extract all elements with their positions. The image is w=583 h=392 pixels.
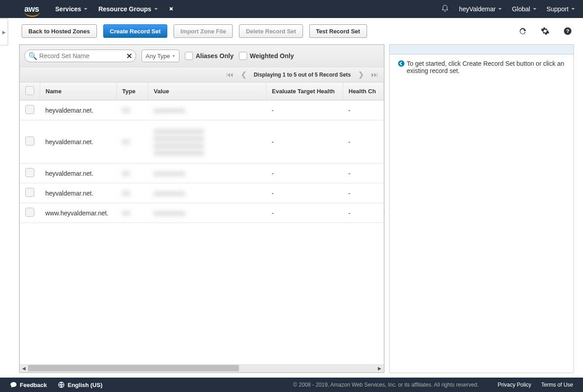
col-evaluate-target-health[interactable]: Evaluate Target Health: [266, 82, 343, 100]
type-filter-select[interactable]: Any Type▼: [142, 50, 179, 62]
bell-icon: [441, 5, 449, 14]
nav-pin[interactable]: ✦: [169, 5, 174, 13]
nav-resource-groups[interactable]: Resource Groups: [98, 5, 157, 13]
cell-evaluate-target-health: -: [266, 100, 343, 120]
row-checkbox[interactable]: [25, 188, 34, 197]
test-record-set-button[interactable]: Test Record Set: [309, 24, 367, 38]
search-icon: 🔍: [28, 52, 37, 60]
row-checkbox[interactable]: [25, 137, 34, 146]
svg-point-2: [398, 60, 404, 67]
cell-evaluate-target-health: -: [266, 120, 343, 164]
nav-support[interactable]: Support: [546, 5, 575, 13]
table-scroll: Name Type Value Evaluate Target Health H…: [20, 82, 384, 364]
terms-of-use-link[interactable]: Terms of Use: [541, 382, 573, 388]
col-type[interactable]: Type: [117, 82, 148, 100]
svg-text:?: ?: [566, 28, 569, 34]
nav-user[interactable]: heyValdemar: [459, 5, 502, 13]
cell-value: xxxxxxxxxx: [148, 183, 266, 203]
action-toolbar: Back to Hosted Zones Create Record Set I…: [0, 18, 583, 44]
pager-prev-icon[interactable]: ❮: [241, 70, 247, 79]
checkbox[interactable]: [185, 52, 193, 60]
help-icon[interactable]: ?: [563, 27, 572, 36]
cell-health-check: -: [343, 100, 384, 120]
create-record-set-button[interactable]: Create Record Set: [103, 24, 168, 38]
cell-name: www.heyvaldemar.net.: [40, 203, 117, 223]
cell-value: xxxxxxxxxx: [148, 100, 266, 120]
chat-icon: [10, 381, 17, 388]
pager-last-icon[interactable]: ⏭: [371, 71, 378, 79]
cell-value: xxxxxxxxxxxxxxxxxxxxxxxxxxxxxxxxxxxxxxxx…: [148, 120, 266, 164]
back-to-hosted-zones-button[interactable]: Back to Hosted Zones: [22, 24, 97, 38]
language-label: English (US): [68, 382, 102, 388]
search-input[interactable]: [39, 52, 126, 59]
nav-support-label: Support: [546, 5, 569, 13]
horizontal-scrollbar[interactable]: ◀ ▶: [20, 364, 384, 372]
top-nav: aws Services Resource Groups ✦ heyValdem…: [0, 0, 583, 18]
nav-notifications[interactable]: [441, 5, 449, 14]
table-row[interactable]: heyvaldemar.net.XXxxxxxxxxxx--: [20, 100, 384, 120]
caret-down-icon: [571, 8, 575, 10]
cell-name: heyvaldemar.net.: [40, 164, 117, 183]
row-checkbox[interactable]: [25, 168, 34, 177]
nav-services[interactable]: Services: [55, 5, 88, 13]
checkbox[interactable]: [239, 52, 247, 60]
cell-name: heyvaldemar.net.: [40, 183, 117, 203]
cell-type: XX: [117, 183, 148, 203]
settings-icon[interactable]: [541, 27, 550, 36]
col-name[interactable]: Name: [40, 82, 117, 100]
aliases-only-label: Aliases Only: [196, 52, 234, 59]
cell-type: XX: [117, 120, 148, 164]
privacy-policy-link[interactable]: Privacy Policy: [498, 382, 532, 388]
cell-type: XX: [117, 203, 148, 223]
nav-services-label: Services: [55, 5, 82, 13]
panel-resize-handle[interactable]: ⋮: [382, 209, 386, 214]
scroll-right-icon[interactable]: ▶: [376, 365, 383, 371]
nav-resource-groups-label: Resource Groups: [98, 5, 151, 13]
type-filter-label: Any Type: [146, 53, 170, 59]
search-box[interactable]: 🔍 ✕: [24, 50, 136, 62]
weighted-only-label: Weighted Only: [250, 52, 294, 59]
record-sets-panel: 🔍 ✕ Any Type▼ Aliases Only Weighted Only…: [19, 44, 385, 373]
col-value[interactable]: Value: [148, 82, 266, 100]
refresh-icon[interactable]: [518, 27, 527, 36]
cell-value: xxxxxxxxxx: [148, 203, 266, 223]
delete-record-set-button[interactable]: Delete Record Set: [239, 24, 303, 38]
table-row[interactable]: heyvaldemar.net.XXxxxxxxxxxx--: [20, 164, 384, 183]
row-checkbox[interactable]: [25, 208, 34, 217]
table-row[interactable]: www.heyvaldemar.net.XXxxxxxxxxxx--: [20, 203, 384, 223]
pager-next-icon[interactable]: ❯: [358, 70, 364, 79]
pager-row: ⏮ ❮ Displaying 1 to 5 out of 5 Record Se…: [20, 67, 384, 82]
row-checkbox[interactable]: [25, 105, 34, 114]
table-row[interactable]: heyvaldemar.net.XXxxxxxxxxxx--: [20, 183, 384, 203]
info-message-text: To get started, click Create Record Set …: [407, 60, 565, 74]
scroll-left-icon[interactable]: ◀: [21, 365, 27, 371]
weighted-only-toggle[interactable]: Weighted Only: [239, 52, 294, 60]
nav-region[interactable]: Global: [512, 5, 536, 13]
main-content: 🔍 ✕ Any Type▼ Aliases Only Weighted Only…: [19, 44, 574, 373]
feedback-link[interactable]: Feedback: [10, 381, 47, 388]
aws-logo[interactable]: aws: [24, 5, 39, 14]
cell-name: heyvaldemar.net.: [40, 120, 117, 164]
cell-name: heyvaldemar.net.: [40, 100, 117, 120]
cell-evaluate-target-health: -: [266, 183, 343, 203]
col-health-check[interactable]: Health Ch: [343, 82, 384, 100]
feedback-label: Feedback: [20, 382, 47, 388]
caret-down-icon: [154, 8, 158, 10]
details-panel: To get started, click Create Record Set …: [389, 44, 574, 373]
clear-search-icon[interactable]: ✕: [126, 52, 132, 60]
info-message: To get started, click Create Record Set …: [390, 55, 574, 80]
pin-icon: ✦: [167, 5, 176, 14]
cell-health-check: -: [343, 120, 384, 164]
scrollbar-thumb[interactable]: [28, 365, 239, 371]
language-select[interactable]: English (US): [58, 381, 102, 388]
select-all-checkbox[interactable]: [25, 86, 34, 95]
pager-first-icon[interactable]: ⏮: [226, 71, 234, 79]
import-zone-file-button[interactable]: Import Zone File: [174, 24, 233, 38]
nav-user-label: heyValdemar: [459, 5, 496, 13]
left-drawer-toggle[interactable]: ▶: [0, 18, 8, 46]
cell-evaluate-target-health: -: [266, 164, 343, 183]
caret-down-icon: [533, 8, 537, 10]
aliases-only-toggle[interactable]: Aliases Only: [185, 52, 234, 60]
chevron-right-icon: ▶: [2, 30, 6, 35]
table-row[interactable]: heyvaldemar.net.XXxxxxxxxxxxxxxxxxxxxxxx…: [20, 120, 384, 164]
